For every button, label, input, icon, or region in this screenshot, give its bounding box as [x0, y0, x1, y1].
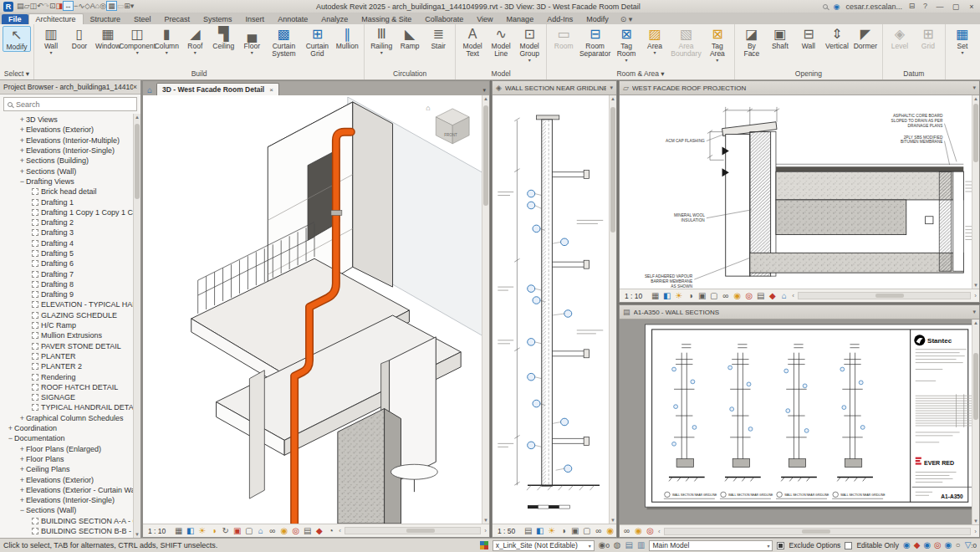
tree-item[interactable]: ELEVATION - TYPICAL HANDRAIL — [0, 299, 140, 309]
temporary-hide-icon[interactable]: ◉ — [732, 291, 742, 301]
tree-item[interactable]: + Sections (Building) — [0, 156, 140, 166]
tree-item[interactable]: GLAZING SCHEDULE — [0, 310, 140, 320]
tree-item[interactable]: + Coordination — [0, 423, 140, 433]
editing-requests-icon[interactable]: ◉ — [903, 541, 911, 549]
ribbon-button-door[interactable]: ▯ Door — [65, 26, 94, 55]
project-browser-close-icon[interactable]: × — [133, 83, 137, 91]
worksets-icon[interactable]: ◉ — [923, 541, 931, 549]
horizontal-scrollbar[interactable] — [798, 292, 971, 299]
worksharing-display-icon[interactable]: ◎ — [646, 526, 655, 536]
ribbon-tab[interactable]: Precast — [158, 14, 197, 24]
tree-item[interactable]: PLANTER 2 — [0, 361, 140, 371]
relinquish-icon[interactable]: ◆ — [914, 541, 921, 549]
tree-item[interactable]: + Ceiling Plans — [0, 464, 140, 474]
measure-icon[interactable]: ↔ — [63, 1, 74, 11]
scroll-right-icon[interactable]: › — [484, 527, 487, 534]
ribbon-tab[interactable]: Insert — [239, 14, 272, 24]
ribbon-button-shaft[interactable]: ▣ Shaft — [766, 26, 794, 55]
ribbon-button-room-separator[interactable]: ⊟ Room Separator — [578, 26, 612, 63]
reveal-hidden-icon[interactable]: ∞ — [594, 526, 603, 536]
users-icon[interactable]: ◉ — [945, 541, 952, 549]
ribbon-button-model-text[interactable]: A Model Text — [458, 26, 487, 63]
search-icon[interactable] — [823, 4, 828, 9]
section-icon[interactable]: ∿ — [78, 2, 84, 10]
view-title-sheet[interactable]: ▤ A1-A350 - WALL SECTIONS ▾ — [620, 305, 979, 319]
tree-item[interactable]: PAVER STONE DETAIL — [0, 341, 140, 351]
ribbon-button-railing[interactable]: Ⅲ Railing ▾ — [367, 26, 396, 55]
ribbon-button-level[interactable]: ◈ Level — [886, 26, 914, 55]
design-options-icon[interactable]: ▤ — [625, 541, 633, 549]
ribbon-button-ceiling[interactable]: ▜ Ceiling — [209, 26, 237, 55]
ribbon-tab[interactable]: Structure — [84, 14, 128, 24]
ribbon-button-curtain-grid[interactable]: ⊞ Curtain Grid — [302, 26, 334, 63]
crop-region-icon[interactable]: ▢ — [709, 291, 718, 301]
ribbon-button-room[interactable]: ▭ Room — [549, 26, 578, 55]
vertical-scrollbar[interactable]: ▲▼ — [609, 95, 616, 524]
reveal-hidden-icon[interactable]: ∞ — [721, 291, 730, 301]
ribbon-button-model-group[interactable]: ⊡ Model Group ▾ — [515, 26, 544, 63]
tree-item[interactable]: Drafting 3 — [0, 227, 140, 238]
ribbon-button-area-boundary[interactable]: ▧ Area Boundary — [669, 26, 703, 63]
tree-item[interactable]: PLANTER — [0, 351, 140, 361]
main-model-icon[interactable]: ▥ — [637, 541, 645, 549]
ribbon-button-floor[interactable]: ▄ Floor ▾ — [237, 26, 266, 55]
undo-icon[interactable]: ↶ — [37, 2, 43, 10]
design-option-select[interactable]: Main Model▾ — [649, 540, 773, 551]
ribbon-tab[interactable]: Analyze — [314, 14, 355, 24]
ribbon-button-roof[interactable]: ◢ Roof ▾ — [181, 26, 209, 55]
tree-item[interactable]: + Sections (Wall) — [0, 166, 140, 176]
close-button[interactable]: × — [967, 3, 977, 11]
modify-button[interactable]: ↖ Modify — [3, 26, 31, 52]
tree-item[interactable]: Rendering — [0, 371, 140, 381]
temporary-hide-icon[interactable]: ◉ — [634, 526, 643, 536]
sun-path-icon[interactable]: ☀ — [547, 526, 556, 536]
tree-item[interactable]: + Elevations (Interior-Single) — [0, 146, 140, 156]
ribbon-button-set[interactable]: ▦ Set ▾ — [948, 26, 977, 55]
shadows-icon[interactable]: ◑ — [209, 526, 218, 536]
scale-button[interactable]: 1 : 50 — [495, 527, 520, 535]
horizontal-scrollbar[interactable] — [345, 527, 481, 534]
redo-icon[interactable]: ↷ — [43, 2, 50, 10]
scroll-left-icon[interactable]: ‹ — [339, 527, 341, 534]
scale-button[interactable]: 1 : 10 — [622, 292, 647, 300]
tree-item[interactable]: TYPICAL HANDRAIL DETAILS — [0, 402, 140, 412]
crop-view-icon[interactable]: ▣ — [697, 291, 707, 301]
worksets-status-icon[interactable] — [480, 541, 488, 549]
ribbon-button-area[interactable]: ▨ Area ▾ — [641, 26, 669, 55]
tree-item[interactable]: Drafting 9 — [0, 289, 140, 299]
modify-pulldown-icon[interactable]: ⊙ ▾ — [620, 15, 633, 24]
shadows-icon[interactable]: ◑ — [686, 291, 695, 301]
tree-item[interactable]: − Drafting Views — [0, 176, 140, 187]
ribbon-button-by-face[interactable]: ◪ By Face — [738, 26, 766, 63]
ribbon-tab[interactable]: View — [470, 14, 499, 24]
customize-qat-icon[interactable]: ▾ — [130, 2, 135, 10]
tree-item[interactable]: Drafting 1 Copy 1 Copy 1 Copy 1 — [0, 207, 140, 217]
tree-item[interactable]: − Sections (Wall) — [0, 505, 140, 515]
window-menu-icon[interactable]: ▾ — [972, 84, 976, 91]
ribbon-button-grid[interactable]: ⊞ Grid — [914, 26, 942, 55]
view-title-section[interactable]: ◈ WALL SECTION NEAR GRIDLINE D ▾ — [493, 81, 616, 95]
view-title-roof[interactable]: ▱ WEST FACADE ROOF PROJECTION ▾ — [620, 81, 979, 95]
crop-region-icon[interactable]: ▢ — [244, 526, 253, 536]
active-workset-select[interactable]: x_Link_Site (Not Editable)▾ — [493, 540, 595, 551]
ribbon-button-wall[interactable]: ▥ Wall ▾ — [37, 26, 65, 55]
scroll-right-icon[interactable]: › — [974, 528, 977, 535]
ribbon-tab[interactable]: Steel — [127, 14, 158, 24]
detail-level-icon[interactable]: ▤ — [523, 526, 533, 536]
tree-item[interactable]: Brick head detail — [0, 187, 140, 197]
ribbon-tab[interactable]: Massing & Site — [355, 14, 418, 24]
save-icon[interactable]: ◫ — [29, 2, 37, 10]
tag-icon[interactable]: ◇ — [84, 2, 90, 10]
tree-item[interactable]: + Floor Plans — [0, 454, 140, 464]
tree-item[interactable]: Drafting 8 — [0, 279, 140, 289]
tree-item[interactable]: Drafting 1 — [0, 197, 140, 207]
tree-item[interactable]: + Elevations (Exterior) — [0, 125, 140, 135]
ribbon-button-stair[interactable]: ≣ Stair — [424, 26, 452, 55]
tree-item[interactable]: Drafting 5 — [0, 248, 140, 258]
constraints-icon[interactable]: ▤ — [303, 526, 312, 536]
editing-requests-icon[interactable]: ◉0 — [599, 541, 610, 550]
tree-item[interactable]: H/C Ramp — [0, 320, 140, 330]
tree-item[interactable]: − Documentation — [0, 433, 140, 443]
tree-item[interactable]: + Graphical Column Schedules — [0, 413, 140, 423]
select-panel-label[interactable]: Select ▾ — [0, 69, 33, 79]
